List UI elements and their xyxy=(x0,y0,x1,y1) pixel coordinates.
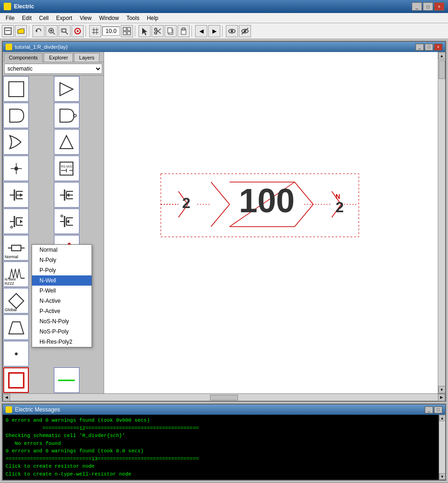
doc-minimize-button[interactable]: _ xyxy=(415,44,424,51)
component-wire-dot[interactable] xyxy=(3,156,29,181)
component-pfet1[interactable] xyxy=(54,182,79,208)
comp-label-normal1: Normal xyxy=(5,255,18,259)
menu-item-nwell[interactable]: N-Well xyxy=(32,275,92,286)
menu-item-pwell[interactable]: P-Well xyxy=(32,286,92,296)
scroll-down-button[interactable]: ▼ xyxy=(438,386,446,393)
doc-icon: ⚡ xyxy=(6,44,12,50)
main-window: ⚡ tutorial_1:R_divder{lay} _ □ × Compone… xyxy=(0,39,448,483)
messages-panel: ⚡ Electric Messages _ □ 0 errors and 0 w… xyxy=(2,404,446,481)
messages-maximize-button[interactable]: □ xyxy=(434,406,442,413)
toolbar-separator-2 xyxy=(86,26,87,37)
msg-scroll-up[interactable]: ▲ xyxy=(439,415,446,421)
close-button[interactable]: × xyxy=(434,2,444,11)
menu-item-nactive[interactable]: N-Active xyxy=(32,296,92,306)
scrollbar-horizontal: ◀ ▶ xyxy=(3,393,445,401)
window-controls: _ □ × xyxy=(412,2,444,11)
svg-rect-19 xyxy=(127,32,131,35)
maximize-button[interactable]: □ xyxy=(423,2,433,11)
copy-button[interactable] xyxy=(165,25,177,37)
arrow-right-button[interactable]: ▶ xyxy=(208,25,220,37)
component-nfet1[interactable] xyxy=(3,182,29,208)
menu-bar: File Edit Cell Export View Window Tools … xyxy=(0,13,448,23)
scroll-thumb-v[interactable] xyxy=(439,60,445,79)
canvas-area[interactable]: 2 100 xyxy=(104,52,438,393)
scroll-thumb-h[interactable] xyxy=(210,395,238,400)
menu-cell[interactable]: Cell xyxy=(35,14,53,22)
msg-line-2: Checking schematic cell 'R_divder{sch}' xyxy=(6,432,436,440)
menu-view[interactable]: View xyxy=(76,14,95,22)
svg-rect-16 xyxy=(123,27,126,31)
menu-tools[interactable]: Tools xyxy=(123,14,143,22)
component-flipflop[interactable]: RS-M/S xyxy=(54,156,79,181)
component-dot[interactable] xyxy=(3,341,29,366)
open-button[interactable] xyxy=(15,25,27,37)
doc-close-button[interactable]: × xyxy=(434,44,442,51)
menu-help[interactable]: Help xyxy=(143,14,162,22)
eye-off-button[interactable] xyxy=(239,25,251,37)
grid-button[interactable] xyxy=(89,25,101,37)
scroll-right-button[interactable]: ▶ xyxy=(438,394,445,401)
component-square-bottom[interactable] xyxy=(3,367,29,393)
tab-explorer[interactable]: Explorer xyxy=(44,53,73,62)
svg-rect-74 xyxy=(12,245,21,251)
tab-components[interactable]: Components xyxy=(4,53,43,62)
msg-scroll-down[interactable]: ▼ xyxy=(439,473,446,480)
component-nwell-res[interactable]: N-WellRZZZ xyxy=(3,261,29,287)
doc-maximize-button[interactable]: □ xyxy=(425,44,433,51)
grid-toggle-button[interactable] xyxy=(121,25,133,37)
arrow-left-button[interactable]: ◀ xyxy=(195,25,207,37)
comp-label-nwell: N-WellRZZZ xyxy=(5,277,16,286)
msg-line-0: 0 errors and 0 warnings found (took 0v00… xyxy=(6,417,436,424)
component-square[interactable] xyxy=(3,76,29,102)
undo-button[interactable] xyxy=(33,25,45,37)
zoom-select-button[interactable] xyxy=(59,25,71,37)
component-and[interactable] xyxy=(3,103,29,128)
menu-item-hires-poly2[interactable]: Hi-Res-Poly2 xyxy=(32,337,92,347)
zoom-in-button[interactable] xyxy=(46,25,58,37)
svg-text:2: 2 xyxy=(182,195,191,211)
svg-rect-18 xyxy=(123,32,126,35)
component-nfet2[interactable] xyxy=(3,209,29,234)
svg-line-95 xyxy=(211,182,230,204)
svg-point-22 xyxy=(155,28,157,30)
paste-button[interactable] xyxy=(178,25,190,37)
menu-item-npoly[interactable]: N-Poly xyxy=(32,255,92,265)
component-green-line[interactable] xyxy=(54,367,79,393)
component-or[interactable] xyxy=(3,129,29,155)
component-nand[interactable] xyxy=(54,103,79,128)
minimize-button[interactable]: _ xyxy=(412,2,422,11)
msg-scroll-track[interactable] xyxy=(439,421,445,473)
component-resistor-normal[interactable]: Normal xyxy=(3,235,29,261)
tab-layers[interactable]: Layers xyxy=(74,53,99,62)
menu-item-pactive[interactable]: P-Active xyxy=(32,306,92,316)
scissors-button[interactable] xyxy=(152,25,164,37)
select-button[interactable] xyxy=(138,25,151,37)
menu-item-normal[interactable]: Normal xyxy=(32,245,92,255)
new-button[interactable] xyxy=(2,25,14,37)
msg-line-5: ============================13==========… xyxy=(6,455,436,463)
menu-item-nos-ppoly[interactable]: NoS-P-Poly xyxy=(32,326,92,337)
svg-marker-36 xyxy=(60,136,73,149)
menu-item-nos-npoly[interactable]: NoS-N-Poly xyxy=(32,316,92,326)
component-global[interactable]: Global xyxy=(3,288,29,313)
menu-window[interactable]: Window xyxy=(95,14,123,22)
scroll-left-button[interactable]: ◀ xyxy=(3,394,10,401)
svg-rect-87 xyxy=(9,373,24,388)
component-triangle[interactable] xyxy=(54,129,79,155)
eye-button[interactable] xyxy=(226,25,238,37)
svg-line-96 xyxy=(211,204,230,227)
menu-export[interactable]: Export xyxy=(53,14,76,22)
schematic-dropdown[interactable]: schematic xyxy=(4,64,102,74)
menu-edit[interactable]: Edit xyxy=(18,14,35,22)
scroll-track-h[interactable] xyxy=(10,394,438,401)
scroll-track-v[interactable] xyxy=(438,59,445,386)
component-buffer[interactable] xyxy=(54,76,79,102)
messages-minimize-button[interactable]: _ xyxy=(425,406,433,413)
zoom-value-input[interactable]: 10.0 xyxy=(102,26,120,36)
highlight-button[interactable] xyxy=(72,25,84,37)
component-pfet2[interactable] xyxy=(54,209,79,234)
scroll-up-button[interactable]: ▲ xyxy=(438,52,446,59)
menu-item-ppoly[interactable]: P-Poly xyxy=(32,265,92,275)
menu-file[interactable]: File xyxy=(2,14,18,22)
component-trapezoid[interactable] xyxy=(3,314,29,340)
